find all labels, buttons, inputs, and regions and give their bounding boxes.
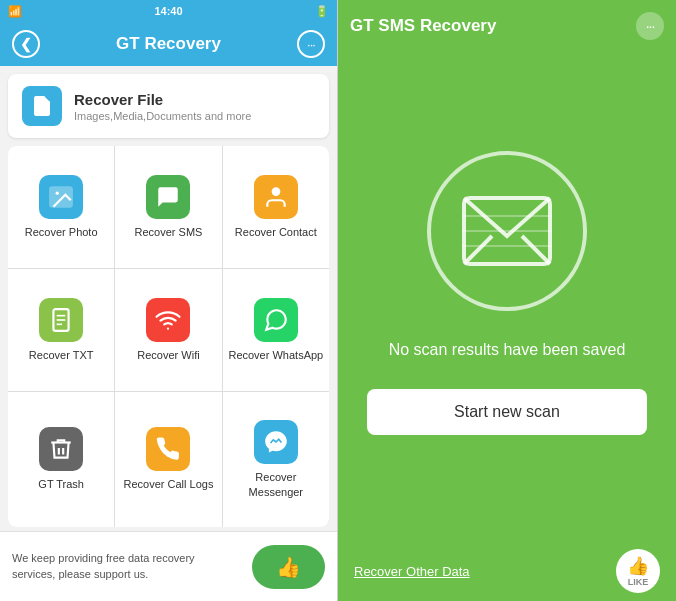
- calllogs-icon: [146, 427, 190, 471]
- calllogs-label: Recover Call Logs: [124, 477, 214, 491]
- status-bar-right: 🔋: [315, 5, 329, 18]
- sms-icon: [146, 175, 190, 219]
- grid-item-trash[interactable]: GT Trash: [8, 392, 114, 527]
- recover-file-subtitle: Images,Media,Documents and more: [74, 110, 251, 122]
- right-footer: Recover Other Data 👍 LIKE: [338, 541, 676, 601]
- svg-line-12: [522, 236, 550, 264]
- contact-label: Recover Contact: [235, 225, 317, 239]
- grid-item-contact[interactable]: Recover Contact: [223, 146, 329, 268]
- grid-item-wifi[interactable]: Recover Wifi: [115, 269, 221, 391]
- wifi-label: Recover Wifi: [137, 348, 199, 362]
- status-bar: 📶 14:40 🔋: [0, 0, 337, 22]
- grid-item-txt[interactable]: Recover TXT: [8, 269, 114, 391]
- like-circle-button[interactable]: 👍 LIKE: [616, 549, 660, 593]
- battery-icon: 🔋: [315, 5, 329, 18]
- right-panel: GT SMS Recovery ··· No scan results have…: [338, 0, 676, 601]
- grid-item-calllogs[interactable]: Recover Call Logs: [115, 392, 221, 527]
- trash-icon: [39, 427, 83, 471]
- status-time: 14:40: [154, 5, 182, 17]
- svg-point-3: [56, 191, 59, 194]
- photo-icon: [39, 175, 83, 219]
- app-title: GT Recovery: [40, 34, 297, 54]
- txt-label: Recover TXT: [29, 348, 94, 362]
- messenger-label: Recover Messenger: [227, 470, 325, 499]
- grid-item-photo[interactable]: Recover Photo: [8, 146, 114, 268]
- start-scan-button[interactable]: Start new scan: [367, 389, 647, 435]
- right-more-button[interactable]: ···: [636, 12, 664, 40]
- more-button[interactable]: ···: [297, 30, 325, 58]
- txt-icon: [39, 298, 83, 342]
- right-content: No scan results have been saved Start ne…: [338, 44, 676, 541]
- recovery-grid: Recover Photo Recover SMS Recover Contac…: [8, 146, 329, 527]
- top-bar: ❮ GT Recovery ···: [0, 22, 337, 66]
- messenger-icon: [254, 420, 298, 464]
- right-header: GT SMS Recovery ···: [338, 0, 676, 44]
- like-button[interactable]: 👍: [252, 545, 325, 589]
- left-footer: We keep providing free data recovery ser…: [0, 531, 337, 601]
- right-title: GT SMS Recovery: [350, 16, 496, 36]
- wifi-recovery-icon: [146, 298, 190, 342]
- contact-icon: [254, 175, 298, 219]
- whatsapp-icon: [254, 298, 298, 342]
- back-button[interactable]: ❮: [12, 30, 40, 58]
- recover-other-link[interactable]: Recover Other Data: [354, 564, 470, 579]
- grid-item-sms[interactable]: Recover SMS: [115, 146, 221, 268]
- grid-item-messenger[interactable]: Recover Messenger: [223, 392, 329, 527]
- wifi-icon: 📶: [8, 5, 22, 18]
- svg-point-9: [167, 328, 169, 330]
- thumb-icon: 👍: [276, 555, 301, 579]
- email-icon: [462, 196, 552, 266]
- grid-item-whatsapp[interactable]: Recover WhatsApp: [223, 269, 329, 391]
- left-panel: 📶 14:40 🔋 ❮ GT Recovery ··· Recover File…: [0, 0, 338, 601]
- like-circle-thumb-icon: 👍: [627, 555, 649, 577]
- whatsapp-label: Recover WhatsApp: [228, 348, 323, 362]
- photo-label: Recover Photo: [25, 225, 98, 239]
- svg-line-11: [464, 236, 492, 264]
- recover-file-title: Recover File: [74, 91, 251, 108]
- status-bar-left: 📶: [8, 5, 22, 18]
- no-scan-text: No scan results have been saved: [389, 341, 626, 359]
- recover-file-text: Recover File Images,Media,Documents and …: [74, 91, 251, 122]
- sms-label: Recover SMS: [135, 225, 203, 239]
- email-circle: [427, 151, 587, 311]
- footer-text: We keep providing free data recovery ser…: [12, 551, 212, 582]
- recover-file-card[interactable]: Recover File Images,Media,Documents and …: [8, 74, 329, 138]
- trash-label: GT Trash: [38, 477, 84, 491]
- svg-point-4: [271, 187, 280, 196]
- like-circle-label: LIKE: [628, 577, 649, 587]
- recover-file-icon: [22, 86, 62, 126]
